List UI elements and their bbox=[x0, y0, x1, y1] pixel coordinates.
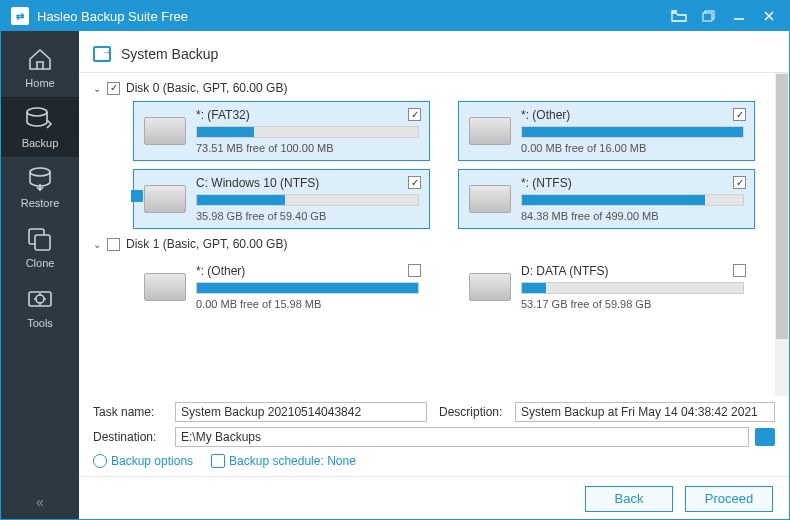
window-controls bbox=[669, 6, 779, 26]
disk-checkbox[interactable] bbox=[107, 82, 120, 95]
task-form: Task name: Description: Destination: Bac… bbox=[79, 396, 789, 476]
sidebar: Home Backup Restore Clone Tools « bbox=[1, 31, 79, 520]
sidebar-item-backup[interactable]: Backup bbox=[1, 97, 79, 157]
chevron-down-icon[interactable]: ⌄ bbox=[93, 239, 101, 250]
drive-icon bbox=[144, 185, 186, 213]
partition-free-text: 0.00 MB free of 16.00 MB bbox=[521, 142, 744, 154]
proceed-button[interactable]: Proceed bbox=[685, 486, 773, 512]
titlebar: ⇄ Hasleo Backup Suite Free bbox=[1, 1, 789, 31]
svg-rect-6 bbox=[35, 235, 50, 250]
backup-options-link[interactable]: Backup options bbox=[93, 454, 193, 468]
drive-icon bbox=[144, 117, 186, 145]
partition-label: D: DATA (NTFS) bbox=[521, 264, 744, 278]
usage-bar bbox=[196, 194, 419, 206]
partition-card[interactable]: *: (NTFS)84.38 MB free of 499.00 MB bbox=[458, 169, 755, 229]
disk-header: ⌄Disk 1 (Basic, GPT, 60.00 GB) bbox=[93, 237, 775, 251]
partition-checkbox[interactable] bbox=[733, 108, 746, 121]
sidebar-item-label: Home bbox=[25, 77, 54, 89]
disk-header: ⌄Disk 0 (Basic, GPT, 60.00 GB) bbox=[93, 81, 775, 95]
gear-icon bbox=[93, 454, 107, 468]
tools-icon bbox=[25, 285, 55, 313]
content-area: System Backup ⌄Disk 0 (Basic, GPT, 60.00… bbox=[79, 31, 789, 520]
footer: Back Proceed bbox=[79, 476, 789, 520]
description-label: Description: bbox=[439, 405, 509, 419]
destination-input[interactable] bbox=[175, 427, 749, 447]
minimize-icon[interactable] bbox=[729, 6, 749, 26]
partition-free-text: 0.00 MB free of 15.98 MB bbox=[196, 298, 419, 310]
content-header: System Backup bbox=[79, 35, 789, 73]
sidebar-item-clone[interactable]: Clone bbox=[1, 217, 79, 277]
partition-free-text: 35.98 GB free of 59.40 GB bbox=[196, 210, 419, 222]
system-backup-icon bbox=[93, 46, 111, 62]
home-icon bbox=[25, 45, 55, 73]
backup-icon bbox=[25, 105, 55, 133]
partition-free-text: 53.17 GB free of 59.98 GB bbox=[521, 298, 744, 310]
page-title: System Backup bbox=[121, 46, 218, 62]
browse-folder-icon[interactable] bbox=[755, 428, 775, 446]
partition-label: C: Windows 10 (NTFS) bbox=[196, 176, 419, 190]
partition-checkbox[interactable] bbox=[733, 264, 746, 277]
disk-name: Disk 0 (Basic, GPT, 60.00 GB) bbox=[126, 81, 287, 95]
scrollbar-thumb[interactable] bbox=[776, 74, 788, 339]
partition-card[interactable]: *: (Other)0.00 MB free of 16.00 MB bbox=[458, 101, 755, 161]
partition-card[interactable]: *: (Other)0.00 MB free of 15.98 MB bbox=[133, 257, 430, 317]
description-input[interactable] bbox=[515, 402, 775, 422]
sidebar-item-label: Tools bbox=[27, 317, 53, 329]
partition-checkbox[interactable] bbox=[408, 176, 421, 189]
folder-open-icon[interactable] bbox=[669, 6, 689, 26]
app-icon: ⇄ bbox=[11, 7, 29, 25]
task-name-label: Task name: bbox=[93, 405, 169, 419]
usage-bar bbox=[196, 282, 419, 294]
drive-icon bbox=[144, 273, 186, 301]
sidebar-item-restore[interactable]: Restore bbox=[1, 157, 79, 217]
chevron-down-icon[interactable]: ⌄ bbox=[93, 83, 101, 94]
partition-card[interactable]: D: DATA (NTFS)53.17 GB free of 59.98 GB bbox=[458, 257, 755, 317]
partition-checkbox[interactable] bbox=[408, 264, 421, 277]
back-button[interactable]: Back bbox=[585, 486, 673, 512]
destination-label: Destination: bbox=[93, 430, 169, 444]
partition-label: *: (NTFS) bbox=[521, 176, 744, 190]
backup-schedule-link[interactable]: Backup schedule: None bbox=[211, 454, 356, 468]
disk-checkbox[interactable] bbox=[107, 238, 120, 251]
drive-icon bbox=[469, 273, 511, 301]
sidebar-item-home[interactable]: Home bbox=[1, 37, 79, 97]
sidebar-item-tools[interactable]: Tools bbox=[1, 277, 79, 337]
svg-point-8 bbox=[36, 295, 44, 303]
restore-icon bbox=[25, 165, 55, 193]
collapse-sidebar-icon[interactable]: « bbox=[36, 494, 44, 510]
disk-selection-area: ⌄Disk 0 (Basic, GPT, 60.00 GB)*: (FAT32)… bbox=[79, 73, 789, 396]
partition-label: *: (Other) bbox=[196, 264, 419, 278]
sidebar-item-label: Restore bbox=[21, 197, 60, 209]
usage-bar bbox=[196, 126, 419, 138]
task-name-input[interactable] bbox=[175, 402, 427, 422]
drive-icon bbox=[469, 117, 511, 145]
partition-checkbox[interactable] bbox=[408, 108, 421, 121]
close-icon[interactable] bbox=[759, 6, 779, 26]
svg-point-3 bbox=[27, 108, 47, 116]
partition-label: *: (Other) bbox=[521, 108, 744, 122]
partition-free-text: 84.38 MB free of 499.00 MB bbox=[521, 210, 744, 222]
svg-point-4 bbox=[30, 168, 50, 176]
usage-bar bbox=[521, 282, 744, 294]
clone-icon bbox=[25, 225, 55, 253]
scrollbar[interactable] bbox=[775, 73, 789, 396]
partition-card[interactable]: C: Windows 10 (NTFS)35.98 GB free of 59.… bbox=[133, 169, 430, 229]
partition-free-text: 73.51 MB free of 100.00 MB bbox=[196, 142, 419, 154]
restore-window-icon[interactable] bbox=[699, 6, 719, 26]
partition-card[interactable]: *: (FAT32)73.51 MB free of 100.00 MB bbox=[133, 101, 430, 161]
usage-bar bbox=[521, 126, 744, 138]
calendar-icon bbox=[211, 454, 225, 468]
sidebar-item-label: Clone bbox=[26, 257, 55, 269]
app-title: Hasleo Backup Suite Free bbox=[37, 9, 669, 24]
sidebar-item-label: Backup bbox=[22, 137, 59, 149]
partition-label: *: (FAT32) bbox=[196, 108, 419, 122]
drive-icon bbox=[469, 185, 511, 213]
partition-checkbox[interactable] bbox=[733, 176, 746, 189]
svg-rect-1 bbox=[703, 13, 712, 21]
disk-name: Disk 1 (Basic, GPT, 60.00 GB) bbox=[126, 237, 287, 251]
usage-bar bbox=[521, 194, 744, 206]
